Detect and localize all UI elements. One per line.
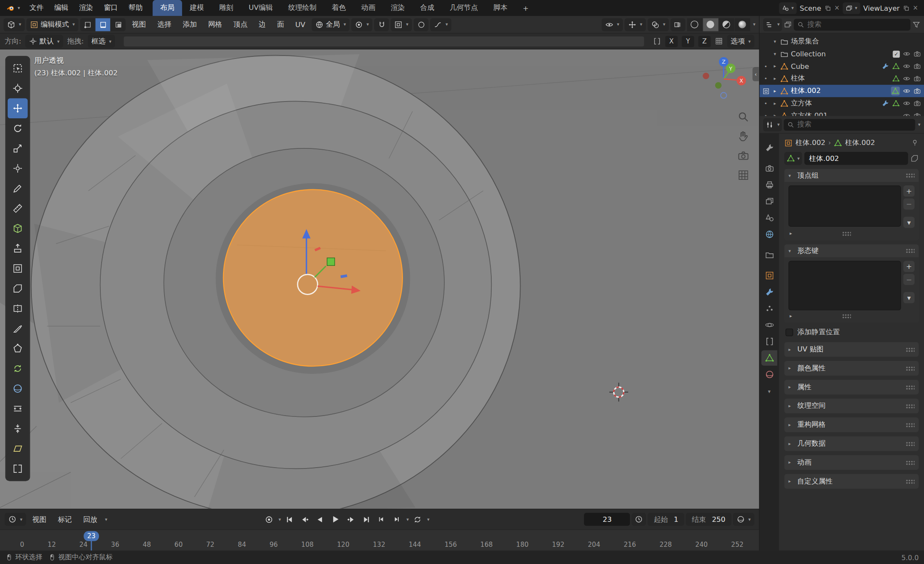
viewport-3d[interactable]: 用户透视 (23) 柱体.002 | 柱体.002 Z Y X — [0, 49, 759, 509]
subpanel-grip[interactable] — [842, 231, 851, 236]
panel-grip[interactable] — [906, 422, 915, 427]
workspace-tab[interactable]: 渲染 — [383, 0, 412, 16]
topbar-menu-item[interactable]: 渲染 — [74, 0, 98, 16]
render-visibility-icon[interactable] — [913, 62, 921, 70]
tab-world[interactable] — [761, 227, 777, 242]
axis-neg-x-ball[interactable] — [703, 73, 709, 79]
add-cube-tool[interactable] — [8, 219, 28, 239]
mirror-y-button[interactable]: Y — [682, 36, 694, 47]
render-visibility-icon[interactable] — [913, 75, 921, 83]
tweak-select-box-tool[interactable] — [8, 58, 28, 78]
render-visibility-icon[interactable] — [913, 99, 921, 107]
tab-overflow-chevron[interactable]: ▾ — [768, 388, 771, 394]
workspace-tab[interactable]: UV编辑 — [241, 0, 281, 16]
scale-tool[interactable] — [8, 139, 28, 159]
modifier-wrench-icon[interactable] — [881, 62, 889, 70]
frame-start-field[interactable]: 起始 1 — [648, 513, 684, 526]
remove-viewlayer-button[interactable]: × — [913, 4, 918, 12]
extrude-region-tool[interactable] — [8, 238, 28, 259]
properties-search-input[interactable]: 搜索 — [784, 119, 915, 130]
navigation-gizmo[interactable]: Z Y X — [701, 55, 746, 100]
viewport-menu-item[interactable]: 边 — [254, 16, 270, 33]
datablock-type-button[interactable]: ▾ — [784, 152, 802, 165]
expand-icon[interactable]: ▾ — [772, 51, 778, 56]
ortho-grid-icon[interactable] — [737, 169, 750, 182]
remove-shape-key-button[interactable]: − — [903, 274, 915, 285]
tab-output[interactable] — [761, 177, 777, 193]
drag-dropdown[interactable]: 框选 ▾ — [88, 35, 115, 48]
properties-panel[interactable]: ▸ 动画 — [784, 455, 919, 470]
hide-eye-icon[interactable] — [903, 112, 911, 116]
render-visibility-icon[interactable] — [913, 112, 921, 116]
move-tool[interactable] — [8, 99, 28, 119]
new-viewlayer-icon[interactable] — [902, 4, 909, 11]
current-frame-field[interactable]: 23 — [584, 513, 630, 526]
prev-frame-button[interactable] — [375, 513, 388, 526]
smooth-tool[interactable] — [8, 379, 28, 399]
tab-scene[interactable] — [761, 210, 777, 226]
xray-toggle[interactable] — [670, 18, 685, 31]
subpanel-grip[interactable] — [842, 314, 851, 318]
tab-material[interactable] — [761, 367, 777, 382]
pin-icon[interactable] — [911, 139, 919, 147]
workspace-tab[interactable]: 几何节点 — [442, 0, 485, 16]
viewport-canvas[interactable] — [0, 49, 759, 509]
expand-icon[interactable]: ▸ — [772, 64, 778, 69]
axis-neg-z-ball[interactable] — [721, 92, 727, 99]
panel-grip[interactable] — [906, 479, 915, 484]
zoom-icon[interactable] — [737, 111, 750, 123]
proportional-edit-toggle[interactable] — [414, 18, 428, 31]
mesh-data-icon[interactable] — [892, 75, 900, 83]
expand-icon[interactable]: ▸ — [772, 88, 778, 93]
playback-sync-button[interactable] — [411, 513, 424, 526]
rendered-shading-button[interactable] — [735, 18, 750, 31]
properties-panel[interactable]: ▸ 自定义属性 — [784, 474, 919, 489]
tab-render[interactable] — [761, 161, 777, 176]
prev-keyframe-button[interactable] — [298, 513, 311, 526]
next-frame-button[interactable] — [390, 513, 403, 526]
viewlayer-selector[interactable]: ▾ — [843, 2, 860, 14]
expand-icon[interactable]: ▸ — [772, 113, 778, 116]
blender-menu-button[interactable]: ▾ — [2, 0, 24, 16]
panel-grip[interactable] — [906, 249, 915, 253]
camera-view-icon[interactable] — [737, 150, 750, 162]
breadcrumb-object[interactable]: 柱体.002 — [796, 138, 825, 148]
workspace-tab[interactable]: 动画 — [353, 0, 383, 16]
mirror-icon[interactable] — [653, 37, 661, 45]
gizmo-y-handle[interactable] — [327, 258, 335, 265]
shading-dropdown[interactable]: ▾ — [753, 22, 755, 27]
edge-slide-tool[interactable] — [8, 399, 28, 419]
sidebar-collapse-arrow[interactable]: ‹ — [753, 67, 759, 81]
filter-dropdown[interactable]: ▾ — [918, 122, 920, 127]
outliner-search-input[interactable]: 搜索 — [794, 18, 911, 30]
add-vertex-group-button[interactable]: + — [903, 185, 915, 197]
proportional-falloff-dropdown[interactable]: ▾ — [430, 18, 451, 31]
visibility-dropdown[interactable]: ▾ — [602, 18, 623, 31]
outliner-row-collection[interactable]: ▾ Collection ✓ — [760, 48, 924, 60]
scene-selector[interactable]: ▾ — [779, 2, 797, 14]
mesh-data-icon[interactable] — [892, 87, 899, 95]
workspace-tab[interactable]: 雕刻 — [211, 0, 241, 16]
shape-key-specials-button[interactable]: ▾ — [903, 292, 915, 303]
outliner-row-scene-collection[interactable]: ▾ 场景集合 — [760, 35, 924, 48]
fake-user-shield-icon[interactable] — [910, 154, 918, 163]
tab-constraints[interactable] — [761, 334, 777, 349]
vertex-group-specials-button[interactable]: ▾ — [903, 217, 915, 228]
current-frame-badge[interactable]: 23 — [84, 531, 99, 541]
properties-panel[interactable]: ▸ UV 贴图 — [784, 342, 919, 357]
material-preview-button[interactable] — [719, 18, 735, 31]
pivot-point-dropdown[interactable]: ▾ — [351, 18, 372, 31]
tab-object[interactable] — [761, 268, 777, 284]
auto-keying-toggle[interactable] — [262, 513, 276, 526]
options-dropdown[interactable]: 选项 ▾ — [727, 35, 754, 48]
expand-icon[interactable]: ▾ — [772, 39, 778, 44]
selected-face[interactable] — [223, 190, 403, 367]
topbar-menu-item[interactable]: 文件 — [24, 0, 49, 16]
gizmos-dropdown[interactable]: ▾ — [625, 18, 646, 31]
topbar-menu-item[interactable]: 窗口 — [99, 0, 123, 16]
bevel-tool[interactable] — [8, 278, 28, 299]
shrink-fatten-tool[interactable] — [8, 419, 28, 439]
shear-tool[interactable] — [8, 439, 28, 459]
viewport-menu-item[interactable]: 顶点 — [229, 16, 252, 33]
overlays-dropdown[interactable]: ▾ — [648, 18, 669, 31]
